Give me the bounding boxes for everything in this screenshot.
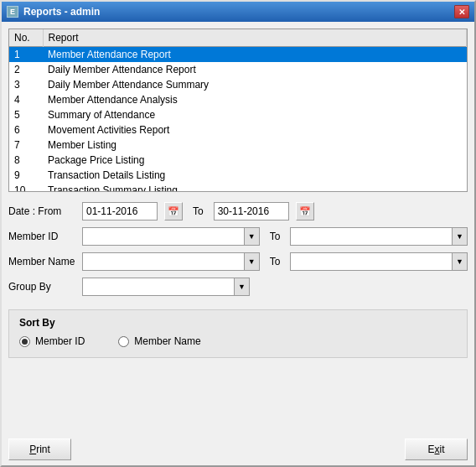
member-id-row: Member ID ▼ To ▼ — [8, 227, 468, 246]
group-by-combo[interactable]: ▼ — [82, 278, 250, 296]
table-row[interactable]: 8Package Price Listing — [9, 153, 467, 168]
row-report: Member Attendance Analysis — [43, 92, 467, 107]
table-row[interactable]: 3Daily Member Attendance Summary — [9, 77, 467, 92]
member-name-from-combo[interactable]: ▼ — [82, 252, 260, 271]
table-row[interactable]: 10Transaction Summary Listing — [9, 183, 467, 192]
sort-member-name-option[interactable]: Member Name — [118, 335, 200, 347]
row-no: 10 — [9, 183, 43, 192]
row-no: 4 — [9, 92, 43, 107]
calendar-from-button[interactable]: 📅 — [164, 202, 183, 221]
member-name-to-arrow[interactable]: ▼ — [452, 253, 467, 270]
to-label-member-name: To — [270, 256, 281, 267]
member-name-row: Member Name ▼ To ▼ — [8, 252, 468, 271]
table-row[interactable]: 1Member Attendance Report — [9, 47, 467, 63]
form-section: Date : From 📅 To 📅 Member ID ▼ To ▼ — [8, 199, 468, 299]
table-row[interactable]: 6Movement Activities Report — [9, 122, 467, 138]
member-id-to-combo[interactable]: ▼ — [290, 227, 468, 246]
sort-group: Sort By Member ID Member Name — [8, 309, 468, 358]
table-row[interactable]: 7Member Listing — [9, 138, 467, 153]
member-id-label: Member ID — [8, 231, 75, 242]
row-report: Member Attendance Report — [43, 47, 467, 63]
row-report: Daily Member Attendance Report — [43, 62, 467, 77]
member-name-from-arrow[interactable]: ▼ — [244, 253, 259, 270]
sort-member-id-option[interactable]: Member ID — [19, 335, 85, 347]
print-button[interactable]: Print — [8, 438, 71, 460]
row-report: Transaction Summary Listing — [43, 183, 467, 192]
row-report: Summary of Attendance — [43, 107, 467, 122]
table-row[interactable]: 4Member Attendance Analysis — [9, 92, 467, 107]
exit-label: Exit — [427, 444, 444, 455]
row-no: 9 — [9, 168, 43, 183]
calendar-to-button[interactable]: 📅 — [296, 202, 314, 221]
row-report: Package Price Listing — [43, 153, 467, 168]
member-name-label: Member Name — [8, 256, 75, 267]
exit-button[interactable]: Exit — [405, 438, 468, 460]
group-by-row: Group By ▼ — [8, 278, 468, 296]
date-to-input[interactable] — [214, 202, 289, 221]
member-id-from-combo[interactable]: ▼ — [82, 227, 260, 246]
window-title: Reports - admin — [23, 6, 100, 18]
to-label-date: To — [193, 205, 204, 217]
row-no: 5 — [9, 107, 43, 122]
date-label: Date : From — [8, 205, 75, 217]
member-id-from-arrow[interactable]: ▼ — [244, 228, 259, 245]
row-no: 8 — [9, 153, 43, 168]
print-label: Print — [29, 444, 50, 455]
report-table-container[interactable]: No. Report 1Member Attendance Report2Dai… — [8, 29, 468, 192]
sort-member-id-radio-dot — [22, 339, 28, 345]
row-report: Transaction Details Listing — [43, 168, 467, 183]
member-id-to-input[interactable] — [291, 228, 452, 245]
row-no: 6 — [9, 122, 43, 138]
row-no: 7 — [9, 138, 43, 153]
date-from-input[interactable] — [82, 202, 158, 221]
button-bar: Print Exit — [2, 433, 474, 465]
app-icon: E — [7, 6, 18, 18]
col-report: Report — [43, 29, 467, 47]
to-label-member-id: To — [270, 231, 281, 242]
sort-title: Sort By — [19, 317, 457, 329]
col-no: No. — [9, 29, 43, 47]
table-row[interactable]: 9Transaction Details Listing — [9, 168, 467, 183]
member-name-to-combo[interactable]: ▼ — [290, 252, 468, 271]
sort-options: Member ID Member Name — [19, 335, 457, 347]
group-by-input[interactable] — [83, 278, 234, 295]
title-bar-left: E Reports - admin — [7, 6, 100, 18]
table-row[interactable]: 2Daily Member Attendance Report — [9, 62, 467, 77]
member-name-to-input[interactable] — [291, 253, 452, 270]
sort-member-name-radio[interactable] — [118, 336, 129, 347]
row-no: 2 — [9, 62, 43, 77]
row-report: Member Listing — [43, 138, 467, 153]
group-by-label: Group By — [8, 281, 75, 293]
member-id-to-arrow[interactable]: ▼ — [452, 228, 467, 245]
table-row[interactable]: 5Summary of Attendance — [9, 107, 467, 122]
title-bar: E Reports - admin ✕ — [2, 2, 474, 22]
row-no: 3 — [9, 77, 43, 92]
group-by-arrow[interactable]: ▼ — [234, 278, 249, 295]
row-no: 1 — [9, 47, 43, 63]
member-id-from-input[interactable] — [83, 228, 244, 245]
date-row: Date : From 📅 To 📅 — [8, 202, 468, 221]
row-report: Movement Activities Report — [43, 122, 467, 138]
member-name-from-input[interactable] — [83, 253, 244, 270]
content-area: No. Report 1Member Attendance Report2Dai… — [2, 22, 474, 433]
row-report: Daily Member Attendance Summary — [43, 77, 467, 92]
sort-member-id-label: Member ID — [35, 335, 85, 347]
main-window: E Reports - admin ✕ No. Report 1Member A… — [0, 0, 476, 467]
report-table: No. Report 1Member Attendance Report2Dai… — [9, 29, 467, 192]
sort-member-name-label: Member Name — [134, 335, 200, 347]
close-button[interactable]: ✕ — [454, 5, 469, 18]
sort-member-id-radio[interactable] — [19, 336, 30, 347]
